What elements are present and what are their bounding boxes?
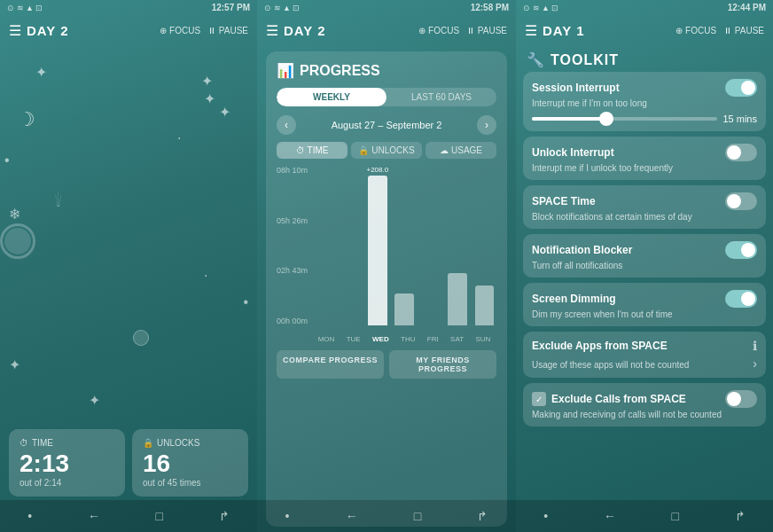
screen-dimming-item: Screen Dimming Dim my screen when I'm ou…: [523, 283, 766, 326]
unlock-interrupt-toggle[interactable]: [725, 144, 757, 161]
exclude-calls-item: ✓ Exclude Calls from SPACE Making and re…: [523, 383, 766, 426]
exclude-calls-row: ✓ Exclude Calls from SPACE: [532, 390, 757, 408]
snowflake-deco: ❄: [9, 206, 20, 223]
right-nav-recent[interactable]: ↱: [735, 509, 746, 523]
session-interrupt-toggle[interactable]: [725, 79, 757, 97]
planet-deco-2: [133, 330, 149, 346]
dot-deco-2: •: [243, 294, 248, 310]
right-focus-btn[interactable]: ⊕ FOCUS: [675, 26, 716, 35]
bar-mon: [312, 166, 336, 325]
left-time-status: 12:57 PM: [212, 3, 250, 12]
bar-sat: [446, 166, 470, 325]
progress-title: 📊 PROGRESS: [277, 62, 496, 79]
star-deco-4: ✦: [89, 392, 100, 409]
exclude-apps-desc: Usage of these apps will not be counted: [532, 360, 689, 370]
time-card-label: ⏱ TIME: [20, 438, 114, 448]
friends-progress-btn[interactable]: MY FRIENDS PROGRESS: [389, 350, 496, 379]
metric-cloud-icon: ☁: [440, 145, 449, 155]
prev-date-btn[interactable]: ‹: [277, 115, 296, 135]
session-interrupt-item: Session Interrupt Interrupt me if I'm on…: [523, 72, 766, 131]
right-nav-home[interactable]: □: [672, 509, 679, 523]
left-nav-home[interactable]: □: [156, 509, 163, 523]
mid-time-status: 12:58 PM: [471, 3, 509, 12]
notif-blocker-toggle[interactable]: [725, 241, 757, 259]
left-bottom-cards: ⏱ TIME 2:13 out of 2:14 🔒 UNLOCKS 16 out…: [9, 429, 248, 497]
session-interrupt-slider: 15 mins: [532, 113, 757, 124]
left-nav-recent[interactable]: ↱: [219, 509, 230, 523]
bar-sun: [472, 166, 496, 325]
chevron-right-icon[interactable]: ›: [753, 356, 757, 371]
exclude-apps-item: Exclude Apps from SPACE ℹ Usage of these…: [523, 332, 766, 378]
metric-unlocks-tab[interactable]: 🔒 UNLOCKS: [351, 142, 422, 159]
dot-deco-4: ·: [204, 268, 207, 284]
mid-nav-home[interactable]: □: [414, 509, 421, 523]
date-nav: ‹ August 27 – September 2 ›: [277, 115, 496, 135]
screen-dimming-desc: Dim my screen when I'm out of time: [532, 309, 757, 319]
unlocks-card: 🔒 UNLOCKS 16 out of 45 times: [132, 429, 248, 497]
chart-area: 08h 10m 05h 26m 02h 43m 00h 00m: [277, 166, 496, 343]
exclude-calls-check[interactable]: ✓: [532, 392, 546, 406]
chart-x-labels: MON TUE WED THU FRI SAT SUN: [312, 335, 496, 343]
right-title: DAY 1: [543, 23, 585, 38]
next-date-btn[interactable]: ›: [477, 115, 496, 135]
toolkit-scroll[interactable]: Session Interrupt Interrupt me if I'm on…: [516, 72, 773, 532]
bar-wed: +208.0: [365, 166, 389, 325]
left-status-icons: ⊙ ≋ ▲ ⊡: [7, 4, 43, 12]
info-icon[interactable]: ℹ: [753, 339, 757, 353]
left-pause-btn[interactable]: ⏸ PAUSE: [207, 26, 248, 35]
screen-dimming-row: Screen Dimming: [532, 290, 757, 308]
unlocks-card-value: 16: [143, 451, 238, 476]
mid-nav-dot[interactable]: •: [285, 509, 290, 523]
lock-icon: 🔒: [143, 438, 153, 448]
space-time-row: SPACE Time: [532, 192, 757, 210]
left-nav-dot[interactable]: •: [27, 509, 32, 523]
comet-deco: ☄: [53, 192, 65, 208]
mid-menu-icon[interactable]: ☰: [266, 22, 278, 39]
mid-nav-back[interactable]: ←: [346, 509, 358, 523]
bar-tue: [339, 166, 363, 325]
star-deco-1: ✦: [35, 64, 47, 81]
session-interrupt-row: Session Interrupt: [532, 79, 757, 97]
tab-60days[interactable]: LAST 60 DAYS: [386, 88, 496, 106]
mid-pause-btn[interactable]: ⏸ PAUSE: [466, 26, 507, 35]
mid-nav-recent[interactable]: ↱: [477, 509, 488, 523]
chart-canvas: +208.0: [312, 166, 496, 325]
metric-lock-icon: 🔒: [358, 145, 369, 155]
progress-tabs: WEEKLY LAST 60 DAYS: [277, 88, 496, 106]
compare-progress-btn[interactable]: COMPARE PROGRESS: [277, 350, 384, 379]
toolkit-title: TOOLKIT: [550, 52, 619, 68]
right-bottom-nav: • ← □ ↱: [516, 500, 773, 532]
star-deco-3: ✦: [219, 104, 230, 121]
session-interrupt-name: Session Interrupt: [532, 82, 620, 94]
screen-dimming-toggle[interactable]: [725, 290, 757, 308]
progress-card: 📊 PROGRESS WEEKLY LAST 60 DAYS ‹ August …: [266, 51, 507, 527]
left-focus-btn[interactable]: ⊕ FOCUS: [160, 26, 200, 35]
mid-status-icons: ⊙ ≋ ▲ ⊡: [264, 4, 300, 12]
bar-chart: +208.0: [312, 166, 496, 325]
session-interrupt-desc: Interrupt me if I'm on too long: [532, 98, 757, 108]
mid-focus-btn[interactable]: ⊕ FOCUS: [418, 26, 459, 35]
tab-weekly[interactable]: WEEKLY: [277, 88, 386, 106]
right-menu-icon[interactable]: ☰: [525, 22, 537, 39]
metric-usage-tab[interactable]: ☁ USAGE: [426, 142, 496, 159]
left-nav-back[interactable]: ←: [88, 509, 100, 523]
right-topbar: ☰ DAY 1 ⊕ FOCUS ⏸ PAUSE: [516, 15, 773, 46]
metric-time-tab[interactable]: ⏱ TIME: [277, 142, 347, 159]
wrench-icon: 🔧: [527, 51, 545, 68]
slider-value: 15 mins: [722, 113, 757, 124]
right-nav-back[interactable]: ←: [604, 509, 616, 523]
left-title: DAY 2: [27, 23, 69, 38]
panel-right: ⊙ ≋ ▲ ⊡ 12:44 PM ☰ DAY 1 ⊕ FOCUS ⏸ PAUSE…: [516, 0, 773, 532]
notif-blocker-desc: Turn off all notifications: [532, 261, 757, 270]
right-nav-dot[interactable]: •: [543, 509, 548, 523]
time-card-sub: out of 2:14: [20, 478, 114, 488]
left-menu-icon[interactable]: ☰: [9, 22, 21, 39]
unlock-interrupt-desc: Interupt me if I unlock too frequently: [532, 163, 757, 173]
notif-blocker-name: Notification Blocker: [532, 244, 632, 256]
slider-track[interactable]: [532, 117, 717, 121]
space-time-toggle[interactable]: [725, 192, 757, 210]
right-pause-btn[interactable]: ⏸ PAUSE: [723, 26, 764, 35]
exclude-calls-toggle[interactable]: [725, 390, 757, 408]
mid-bottom-nav: • ← □ ↱: [257, 500, 516, 532]
planet-deco-1: [0, 223, 35, 259]
